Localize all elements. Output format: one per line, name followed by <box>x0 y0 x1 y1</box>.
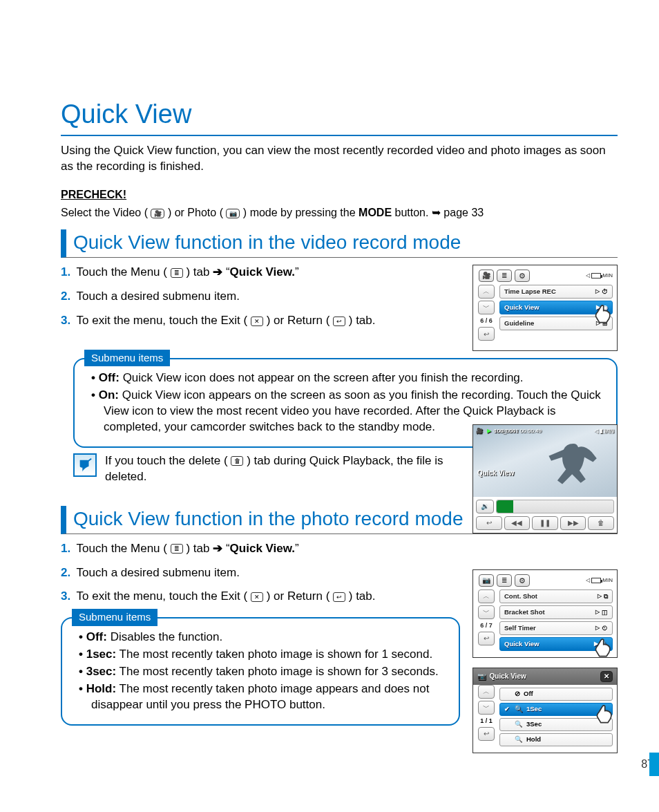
menu-tab-icon: ≣ <box>171 544 183 554</box>
mode-button-ref: MODE <box>359 207 392 218</box>
playback-panel: 🎥 ▶ 00:00:04 / 00:00:49 100_0001 ◁ ▮ MIN… <box>472 424 618 534</box>
submenu-label: Submenu items <box>72 609 157 625</box>
volume-button[interactable]: 🔉 <box>476 500 494 513</box>
option-3sec[interactable]: 🔍3Sec <box>499 718 613 731</box>
step-item: 3. To exit the menu, touch the Exit ( ✕ … <box>61 589 460 605</box>
step-number: 2. <box>61 290 70 303</box>
steps-list-photo: 1. Touch the Menu ( ≣ ) tab ➔ “Quick Vie… <box>61 541 460 605</box>
menu-tab-icon: ≣ <box>171 268 183 278</box>
playback-counter: 100_0001 <box>494 428 519 435</box>
submenu-item: Hold: The most recently taken photo imag… <box>79 681 446 713</box>
playback-thumbnail <box>542 437 604 493</box>
quick-view-label: Quick View. <box>230 265 296 278</box>
menu-row-quickview[interactable]: Quick View▶ 🔍 <box>499 637 613 651</box>
precheck-label: PRECHECK! <box>61 187 618 202</box>
close-button[interactable]: ✕ <box>600 671 613 682</box>
menu-row-contshot[interactable]: Cont. Shot▷ ⧉ <box>499 589 613 603</box>
progress-bar[interactable] <box>496 500 614 513</box>
video-mode-icon: 🎥 <box>151 209 164 218</box>
step-text: Touch a desired submenu item. <box>77 290 240 303</box>
camera-menu-panel-video: 🎥 ≣ ◁MIN ︿ ﹀ 6 / 6 ↩ Time Lapse REC▷ ⏱ Q… <box>472 265 618 351</box>
precheck-part: ) or Photo ( <box>168 207 223 218</box>
menu-row-selftimer[interactable]: Self Timer▷ ⏲ <box>499 621 613 635</box>
page-indicator: 6 / 6 <box>480 317 493 325</box>
step-item: 1. Touch the Menu ( ≣ ) tab ➔ “Quick Vie… <box>61 541 460 557</box>
battery-indicator: ◁MIN <box>586 577 613 585</box>
settings-icon[interactable] <box>515 574 530 587</box>
return-button[interactable]: ↩ <box>478 632 495 645</box>
delete-button[interactable]: 🗑 <box>588 516 614 530</box>
intro-text: Using the Quick View function, you can v… <box>61 143 618 175</box>
settings-icon[interactable] <box>515 270 530 282</box>
step-number: 1. <box>61 265 70 278</box>
video-mode-icon: 🎥 <box>476 428 483 435</box>
section-heading-video: Quick View function in the video record … <box>61 229 618 258</box>
return-button[interactable]: ↩ <box>476 516 502 530</box>
return-icon: ↩ <box>333 317 345 326</box>
step-text: Touch the Menu ( <box>77 265 167 278</box>
precheck-text: Select the Video ( 🎥 ) or Photo ( 📷 ) mo… <box>61 205 618 220</box>
arrow-icon: ➥ <box>432 207 441 218</box>
arrow-icon: ➔ <box>213 265 222 278</box>
forward-button[interactable]: ▶▶ <box>560 516 586 530</box>
step-item: 1. Touch the Menu ( ≣ ) tab ➔ “Quick Vie… <box>61 265 460 281</box>
option-off[interactable]: ⊘Off <box>499 688 613 701</box>
submenu-box-photo: Submenu items Off: Disables the function… <box>61 617 460 726</box>
panel-title: Quick View <box>490 672 526 680</box>
menu-row-bracket[interactable]: Bracket Shot▷ ◫ <box>499 605 613 619</box>
step-number: 3. <box>61 314 70 327</box>
return-icon: ↩ <box>333 592 345 602</box>
quick-view-label: Quick View <box>477 469 514 478</box>
quick-view-label: Quick View. <box>230 542 296 555</box>
battery-indicator: ◁MIN <box>586 272 613 280</box>
option-text: Quick View icon does not appear on the s… <box>120 371 524 384</box>
option-1sec[interactable]: ✔🔍1Sec <box>499 703 613 716</box>
return-button[interactable]: ↩ <box>478 327 495 341</box>
precheck-part: Select the Video ( <box>61 207 148 218</box>
menu-row-timelapse[interactable]: Time Lapse REC▷ ⏱ <box>499 285 613 299</box>
step-text: ) tab <box>186 265 213 278</box>
quality-indicator: ⬚ ⬚ <box>602 428 614 435</box>
play-indicator-icon: ▶ <box>487 428 491 435</box>
rewind-button[interactable]: ◀◀ <box>504 516 531 530</box>
step-item: 3. To exit the menu, touch the Exit ( ✕ … <box>61 313 460 329</box>
photo-mode-icon: 📷 <box>479 574 494 587</box>
step-number: 3. <box>61 589 70 603</box>
submenu-item: Off: Disables the function. <box>79 630 446 645</box>
pause-button[interactable]: ❚❚ <box>532 516 558 530</box>
scroll-down-button[interactable]: ﹀ <box>478 301 495 314</box>
scroll-down-button[interactable]: ﹀ <box>478 701 495 715</box>
step-text: To exit the menu, touch the Exit ( <box>77 314 248 327</box>
step-item: 2. Touch a desired submenu item. <box>61 565 460 581</box>
menu-row-quickview[interactable]: Quick View▶ ◉ <box>499 301 613 314</box>
menu-row-guideline[interactable]: Guideline▷ ⊞ <box>499 317 613 330</box>
steps-list-video: 1. Touch the Menu ( ≣ ) tab ➔ “Quick Vie… <box>61 265 460 329</box>
menu-tab-icon[interactable]: ≣ <box>497 270 512 282</box>
scroll-up-button[interactable]: ︿ <box>478 685 495 699</box>
page-indicator: 6 / 7 <box>480 621 493 630</box>
exit-icon: ✕ <box>251 592 263 602</box>
precheck-part: button. <box>395 207 432 218</box>
scroll-up-button[interactable]: ︿ <box>478 589 495 603</box>
step-text: ) tab. <box>349 314 376 327</box>
photo-mode-icon: 📷 <box>477 672 486 680</box>
step-text: ) or Return ( <box>267 314 330 327</box>
submenu-item: 3sec: The most recently taken photo imag… <box>79 664 446 680</box>
camera-menu-panel-photo: 📷 ≣ ◁MIN ︿ ﹀ 6 / 7 ↩ Cont. Shot▷ ⧉ Brack… <box>472 569 618 658</box>
page-edge-tab <box>649 753 659 776</box>
menu-tab-icon[interactable]: ≣ <box>497 574 512 587</box>
precheck-part: ) mode by pressing the <box>243 207 359 218</box>
quick-view-options-panel: 📷 Quick View ✕ ︿ ﹀ 1 / 1 ↩ ⊘Off ✔🔍1Sec 🔍… <box>472 668 618 753</box>
delete-icon: 🗑 <box>231 456 243 466</box>
return-button[interactable]: ↩ <box>478 727 495 741</box>
submenu-item: 1sec: The most recently taken photo imag… <box>79 647 446 663</box>
page-title: Quick View <box>61 97 618 136</box>
option-hold[interactable]: 🔍Hold <box>499 733 613 746</box>
scroll-down-button[interactable]: ﹀ <box>478 605 495 619</box>
page-indicator: 1 / 1 <box>480 717 493 725</box>
option-label: On: <box>99 388 119 402</box>
submenu-label: Submenu items <box>84 350 170 366</box>
video-mode-icon: 🎥 <box>479 270 494 282</box>
scroll-up-button[interactable]: ︿ <box>478 285 495 299</box>
battery-text: MIN <box>602 272 613 280</box>
